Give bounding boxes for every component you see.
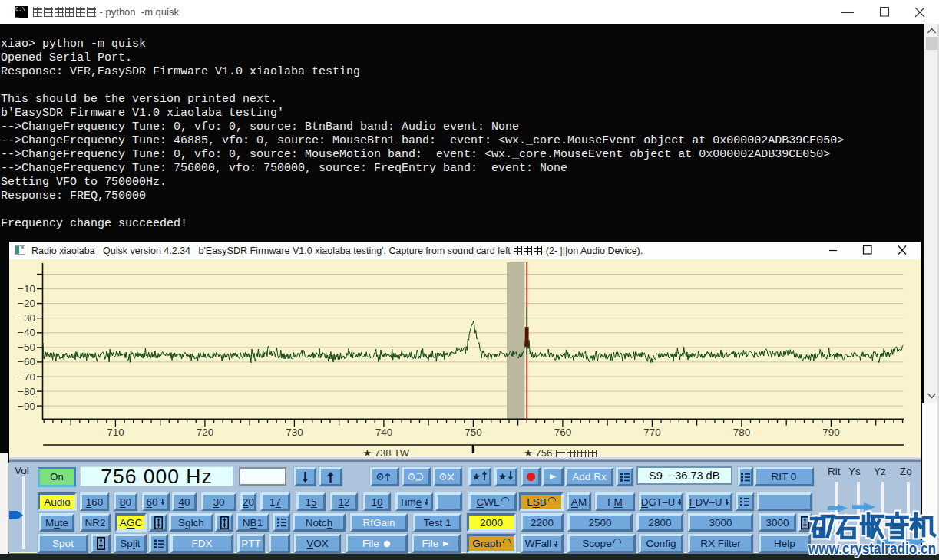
svg-text:730: 730 (286, 427, 303, 438)
svg-text:−90: −90 (18, 400, 35, 412)
svg-text:760: 760 (554, 427, 572, 438)
svg-text:750: 750 (465, 427, 482, 438)
svg-text:790: 790 (822, 427, 840, 438)
svg-text:770: 770 (643, 427, 661, 438)
svg-text:www.crystalradio.cn: www.crystalradio.cn (808, 539, 936, 557)
svg-text:−70: −70 (18, 371, 35, 383)
svg-text:740: 740 (375, 427, 393, 438)
svg-text:780: 780 (733, 427, 751, 438)
svg-text:−10: −10 (18, 283, 35, 295)
svg-text:−80: −80 (18, 386, 35, 397)
svg-text:710: 710 (107, 427, 124, 438)
svg-text:720: 720 (197, 427, 214, 438)
svg-text:−50: −50 (18, 341, 35, 353)
svg-text:−60: −60 (18, 356, 35, 367)
svg-text:−40: −40 (18, 327, 35, 338)
svg-text:−30: −30 (18, 312, 35, 324)
svg-text:−20: −20 (18, 298, 35, 309)
